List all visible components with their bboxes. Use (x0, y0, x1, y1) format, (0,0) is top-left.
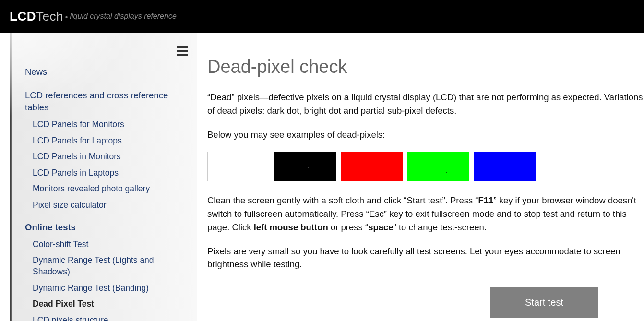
sidebar-references-sub: LCD Panels for Monitors LCD Panels for L… (25, 117, 182, 214)
note-paragraph: Pixels are very small so you have to loo… (207, 245, 644, 272)
start-test-button[interactable]: Start test (490, 287, 598, 318)
site-logo[interactable]: LCDTech (10, 9, 63, 24)
logo-light: Tech (36, 9, 63, 24)
sidebar-header-online-tests: Online tests (25, 214, 182, 237)
key-space: space (368, 222, 393, 232)
sidebar-item-pixel-calc[interactable]: Pixel size calculator (25, 197, 182, 214)
sidebar-item-panels-in-laptops[interactable]: LCD Panels in Laptops (25, 165, 182, 181)
key-f11: F11 (478, 195, 494, 205)
swatch-green (407, 152, 469, 181)
dead-pixel-swatches (207, 152, 644, 181)
sidebar-item-lcd-structure[interactable]: LCD pixels structure (25, 312, 182, 321)
sidebar-item-panels-in-monitors[interactable]: LCD Panels in Monitors (25, 149, 182, 165)
examples-label: Below you may see examples of dead-pixel… (207, 128, 644, 142)
instr-text: Clean the screen gently with a soft clot… (207, 195, 478, 205)
sidebar-item-news[interactable]: News (25, 63, 182, 81)
swatch-red (341, 152, 403, 181)
sidebar-item-color-shift[interactable]: Color-shift Test (25, 237, 182, 253)
dead-dot (446, 172, 447, 173)
instr-text: or press “ (328, 222, 368, 232)
logo-separator: • (65, 13, 68, 22)
site-header: LCDTech • liquid crystal displays refere… (0, 0, 644, 33)
swatch-blue (474, 152, 536, 181)
dead-dot (365, 166, 366, 166)
sidebar-item-panels-laptops[interactable]: LCD Panels for Laptops (25, 133, 182, 149)
sidebar: News LCD references and cross reference … (10, 33, 197, 321)
main-content: Dead-pixel check “Dead” pixels—defective… (197, 33, 644, 321)
sidebar-item-photo-gallery[interactable]: Monitors revealed photo gallery (25, 181, 182, 197)
intro-paragraph: “Dead” pixels—defective pixels on a liqu… (207, 91, 644, 118)
instructions-paragraph: Clean the screen gently with a soft clot… (207, 194, 644, 234)
instr-text: ” to change test-screen. (394, 222, 487, 232)
site-tagline: liquid crystal displays reference (70, 12, 176, 21)
sidebar-item-references[interactable]: LCD references and cross reference table… (25, 87, 182, 117)
page-title: Dead-pixel check (207, 57, 644, 77)
sidebar-item-panels-monitors[interactable]: LCD Panels for Monitors (25, 117, 182, 133)
dead-dot (308, 167, 309, 168)
sidebar-nav: News LCD references and cross reference … (10, 40, 197, 321)
sidebar-tests-sub: Color-shift Test Dynamic Range Test (Lig… (25, 237, 182, 321)
sidebar-item-dead-pixel[interactable]: Dead Pixel Test (25, 296, 182, 312)
hamburger-icon[interactable] (177, 44, 188, 58)
key-lmb: left mouse button (254, 222, 328, 232)
dead-dot (237, 168, 237, 169)
sidebar-item-dyn-range-lights[interactable]: Dynamic Range Test (Lights and Shadows) (25, 252, 182, 280)
sidebar-item-dyn-range-banding[interactable]: Dynamic Range Test (Banding) (25, 280, 182, 297)
logo-bold: LCD (10, 9, 36, 24)
swatch-white (207, 152, 269, 181)
swatch-black (274, 152, 336, 181)
